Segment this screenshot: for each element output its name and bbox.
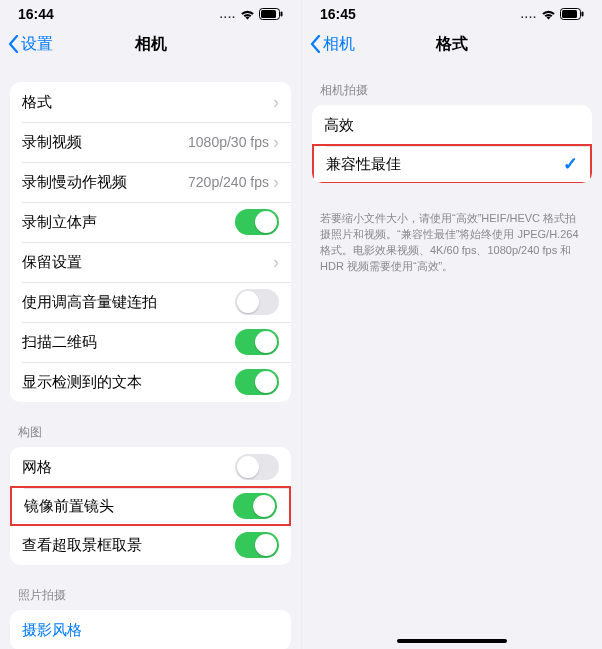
toggle-switch[interactable] <box>233 493 277 519</box>
row-label: 网格 <box>22 458 235 477</box>
row-label: 摄影风格 <box>22 621 279 640</box>
home-indicator[interactable] <box>397 639 507 643</box>
row-label: 扫描二维码 <box>22 333 235 352</box>
svg-rect-4 <box>562 10 577 18</box>
svg-rect-2 <box>281 12 283 17</box>
status-time: 16:44 <box>18 6 54 22</box>
group-capture-footer: 若要缩小文件大小，请使用“高效”HEIF/HEVC 格式拍摄照片和视频。“兼容性… <box>302 205 602 275</box>
composition-row[interactable]: 查看超取景框取景 <box>10 525 291 565</box>
group-composition-header: 构图 <box>0 424 301 447</box>
group-capture-header: 相机拍摄 <box>302 82 602 105</box>
chevron-right-icon: › <box>273 132 279 153</box>
main-row[interactable]: 显示检测到的文本 <box>10 362 291 402</box>
back-button[interactable]: 设置 <box>8 34 53 55</box>
row-label: 高效 <box>324 116 580 135</box>
group-photo-capture: 摄影风格 <box>10 610 291 649</box>
main-row[interactable]: 录制立体声 <box>10 202 291 242</box>
svg-rect-1 <box>261 10 276 18</box>
content: 相机拍摄 高效兼容性最佳✓ 若要缩小文件大小，请使用“高效”HEIF/HEVC … <box>302 64 602 649</box>
group-photo-capture-header: 照片拍摄 <box>0 587 301 610</box>
screen-formats: 16:45 .... 相机 格式 相机拍摄 高效兼容性最佳✓ 若要缩小文件大小，… <box>301 0 602 649</box>
status-bar: 16:45 .... <box>302 0 602 28</box>
battery-icon <box>259 8 283 20</box>
toggle-switch[interactable] <box>235 289 279 315</box>
composition-row[interactable]: 网格 <box>10 447 291 487</box>
row-label: 保留设置 <box>22 253 273 272</box>
chevron-left-icon <box>310 35 321 53</box>
row-label: 兼容性最佳 <box>326 155 563 174</box>
back-button[interactable]: 相机 <box>310 34 355 55</box>
toggle-switch[interactable] <box>235 454 279 480</box>
main-row[interactable]: 扫描二维码 <box>10 322 291 362</box>
row-detail: 720p/240 fps <box>188 174 269 190</box>
main-row[interactable]: 录制视频1080p/30 fps› <box>10 122 291 162</box>
toggle-switch[interactable] <box>235 369 279 395</box>
back-label: 相机 <box>323 34 355 55</box>
group-composition: 网格镜像前置镜头查看超取景框取景 <box>10 447 291 565</box>
check-icon: ✓ <box>563 153 578 175</box>
row-label: 镜像前置镜头 <box>24 497 233 516</box>
cellular-icon: .... <box>220 8 236 20</box>
chevron-left-icon <box>8 35 19 53</box>
chevron-right-icon: › <box>273 172 279 193</box>
nav-bar: 相机 格式 <box>302 28 602 64</box>
row-label: 录制慢动作视频 <box>22 173 188 192</box>
chevron-right-icon: › <box>273 92 279 113</box>
format-row[interactable]: 高效 <box>312 105 592 145</box>
toggle-switch[interactable] <box>235 209 279 235</box>
status-right: .... <box>220 8 283 20</box>
format-row[interactable]: 兼容性最佳✓ <box>312 144 592 183</box>
toggle-switch[interactable] <box>235 329 279 355</box>
group-main: 格式›录制视频1080p/30 fps›录制慢动作视频720p/240 fps›… <box>10 82 291 402</box>
group-capture-format: 高效兼容性最佳✓ <box>312 105 592 183</box>
svg-rect-5 <box>582 12 584 17</box>
row-detail: 1080p/30 fps <box>188 134 269 150</box>
main-row[interactable]: 保留设置› <box>10 242 291 282</box>
back-label: 设置 <box>21 34 53 55</box>
chevron-right-icon: › <box>273 252 279 273</box>
status-bar: 16:44 .... <box>0 0 301 28</box>
row-label: 显示检测到的文本 <box>22 373 235 392</box>
row-label: 录制视频 <box>22 133 188 152</box>
row-label: 查看超取景框取景 <box>22 536 235 555</box>
toggle-switch[interactable] <box>235 532 279 558</box>
status-time: 16:45 <box>320 6 356 22</box>
content: 格式›录制视频1080p/30 fps›录制慢动作视频720p/240 fps›… <box>0 64 301 649</box>
wifi-icon <box>240 9 255 20</box>
composition-row[interactable]: 镜像前置镜头 <box>10 486 291 526</box>
row-label: 录制立体声 <box>22 213 235 232</box>
row-photo-style[interactable]: 摄影风格 <box>10 610 291 649</box>
main-row[interactable]: 录制慢动作视频720p/240 fps› <box>10 162 291 202</box>
battery-icon <box>560 8 584 20</box>
nav-bar: 设置 相机 <box>0 28 301 64</box>
main-row[interactable]: 格式› <box>10 82 291 122</box>
cellular-icon: .... <box>521 8 537 20</box>
row-label: 格式 <box>22 93 273 112</box>
main-row[interactable]: 使用调高音量键连拍 <box>10 282 291 322</box>
screen-camera-settings: 16:44 .... 设置 相机 格式›录制视频1080p/30 fps›录制慢… <box>0 0 301 649</box>
row-label: 使用调高音量键连拍 <box>22 293 235 312</box>
status-right: .... <box>521 8 584 20</box>
wifi-icon <box>541 9 556 20</box>
